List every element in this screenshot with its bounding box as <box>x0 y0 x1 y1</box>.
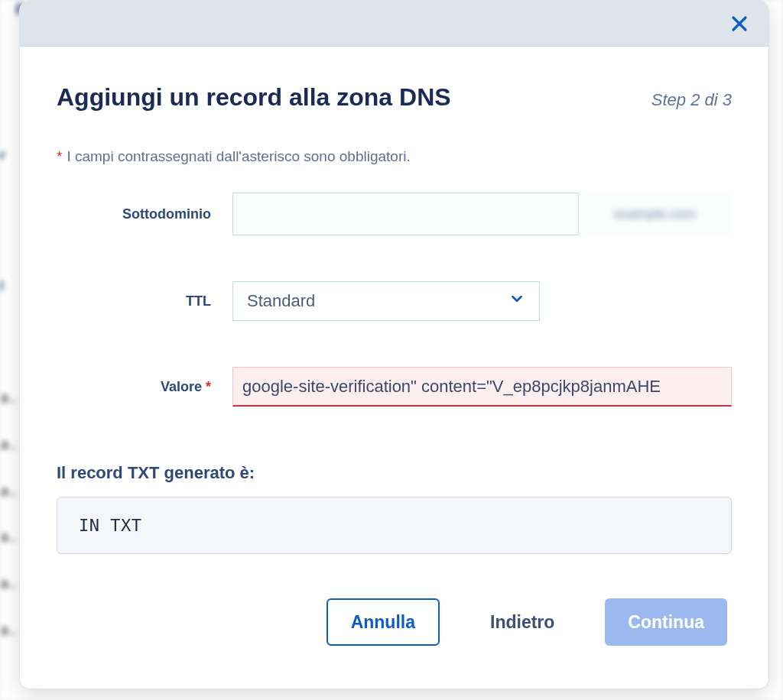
ttl-label: TTL <box>57 293 232 309</box>
chevron-down-icon <box>508 290 525 312</box>
step-indicator: Step 2 di 3 <box>651 90 732 110</box>
ttl-selected-value: Standard <box>247 291 315 311</box>
close-button[interactable] <box>727 11 752 36</box>
required-fields-note: *I campi contrassegnati dall'asterisco s… <box>57 148 732 165</box>
domain-suffix: example.com <box>579 193 732 235</box>
value-label: Valore * <box>57 379 232 395</box>
generated-record-title: Il record TXT generato è: <box>57 463 732 483</box>
modal-footer: Annulla Indietro Continua <box>57 598 732 646</box>
modal-overlay: Aggiungi un record alla zona DNS Step 2 … <box>0 0 783 700</box>
subdomain-label: Sottodominio <box>57 206 232 222</box>
continue-button[interactable]: Continua <box>605 598 727 646</box>
back-button[interactable]: Indietro <box>467 598 577 646</box>
modal-topbar <box>20 1 768 47</box>
dns-record-modal: Aggiungi un record alla zona DNS Step 2 … <box>19 0 769 689</box>
generated-record-box: IN TXT <box>57 497 732 554</box>
ttl-select[interactable]: Standard <box>232 281 540 321</box>
close-icon <box>730 15 749 33</box>
value-input[interactable] <box>232 367 732 407</box>
modal-title: Aggiungi un record alla zona DNS <box>57 83 451 112</box>
cancel-button[interactable]: Annulla <box>327 598 440 646</box>
subdomain-input[interactable] <box>232 193 579 235</box>
